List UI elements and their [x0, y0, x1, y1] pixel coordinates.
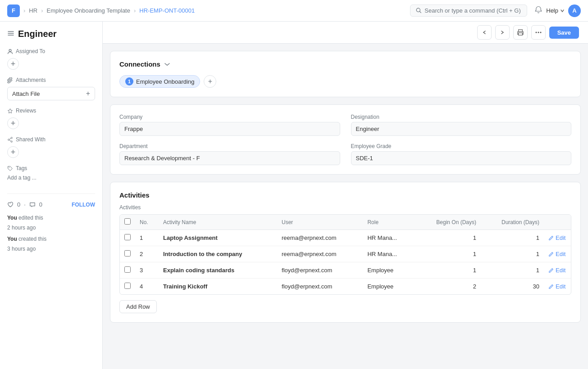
activity-log: You edited this 2 hours ago You created … — [7, 213, 95, 254]
employee-grade-group: Employee Grade — [351, 143, 572, 165]
col-role-header: Role — [363, 215, 415, 230]
row-checkbox[interactable] — [124, 234, 131, 240]
avatar[interactable]: A — [568, 4, 581, 17]
add-tag-link[interactable]: Add a tag ... — [7, 175, 36, 181]
form-grid: Company Designation Department Employee … — [119, 114, 571, 165]
search-bar[interactable]: Search or type a command (Ctrl + G) — [410, 4, 527, 17]
designation-input[interactable] — [351, 122, 572, 136]
next-button[interactable] — [495, 25, 510, 40]
row-begin-on: 1 — [415, 246, 481, 262]
edit-link[interactable]: Edit — [548, 267, 566, 274]
svg-point-7 — [8, 139, 9, 140]
reviews-label: Reviews — [16, 108, 36, 114]
employee-grade-input[interactable] — [351, 151, 572, 165]
row-no: 3 — [135, 262, 159, 279]
comment-icon[interactable] — [29, 202, 36, 208]
attach-file-button[interactable]: Attach File + — [7, 87, 95, 100]
col-checkbox — [120, 215, 135, 230]
row-user: reema@erpnext.com — [277, 230, 363, 246]
activity2-time: 3 hours ago — [7, 244, 95, 254]
bell-icon — [534, 6, 542, 14]
prev-button[interactable] — [477, 25, 492, 40]
breadcrumb-sep1: › — [23, 7, 25, 14]
row-checkbox-cell — [120, 262, 135, 279]
row-role: HR Mana... — [363, 246, 415, 262]
shared-with-add-button[interactable]: + — [7, 146, 19, 158]
connection-tag-employee-onboarding[interactable]: 1 Employee Onboarding — [119, 75, 200, 88]
svg-point-17 — [540, 32, 541, 33]
comments-count: 0 — [39, 201, 42, 208]
edit-icon — [548, 268, 554, 273]
hamburger-icon[interactable] — [7, 30, 14, 38]
attachments-section: Attachments Attach File + — [7, 77, 95, 100]
svg-line-1 — [420, 12, 421, 13]
row-edit-cell: Edit — [544, 279, 571, 295]
more-button[interactable] — [531, 25, 546, 40]
svg-line-11 — [9, 140, 11, 141]
row-duration: 30 — [481, 279, 544, 295]
follow-button[interactable]: FOLLOW — [72, 202, 95, 208]
company-input[interactable] — [119, 122, 340, 136]
svg-rect-13 — [518, 30, 522, 32]
row-checkbox-cell — [120, 230, 135, 246]
breadcrumb-hr[interactable]: HR — [29, 7, 37, 14]
printer-icon — [517, 29, 524, 36]
add-connection-button[interactable]: + — [204, 75, 216, 88]
table-row: 3 Explain coding standards floyd@erpnext… — [120, 262, 571, 279]
chevron-down-icon — [560, 9, 565, 13]
row-begin-on: 1 — [415, 230, 481, 246]
chevron-right-icon — [500, 30, 505, 35]
help-button[interactable]: Help — [546, 7, 565, 14]
likes-comments-row: 0 · 0 FOLLOW — [7, 201, 95, 208]
activity-log-item-2: You created this — [7, 234, 95, 244]
breadcrumb-template[interactable]: Employee Onboarding Template — [46, 7, 130, 14]
table-row: 4 Training Kickoff floyd@erpnext.com Emp… — [120, 279, 571, 295]
row-activity-name: Introduction to the company — [159, 246, 277, 262]
activity-log-item-1: You edited this — [7, 213, 95, 223]
row-duration: 1 — [481, 262, 544, 279]
content-area: Save Connections 1 Employee Onboarding + — [103, 22, 588, 369]
row-user: floyd@erpnext.com — [277, 279, 363, 295]
reviews-add-button[interactable]: + — [7, 117, 19, 129]
edit-link[interactable]: Edit — [548, 234, 566, 241]
save-button[interactable]: Save — [549, 27, 579, 39]
assigned-to-section: Assigned To + — [7, 48, 95, 70]
activities-table: No. Activity Name User Role Begin On (Da… — [120, 215, 571, 294]
help-label: Help — [546, 7, 558, 14]
company-label: Company — [119, 114, 340, 120]
svg-marker-6 — [8, 108, 13, 113]
print-button[interactable] — [513, 25, 528, 40]
attach-file-label: Attach File — [12, 90, 40, 97]
row-checkbox-cell — [120, 279, 135, 295]
notification-bell[interactable] — [534, 6, 542, 15]
row-role: HR Mana... — [363, 230, 415, 246]
row-checkbox[interactable] — [124, 250, 131, 256]
col-user-header: User — [277, 215, 363, 230]
col-begin-on-header: Begin On (Days) — [415, 215, 481, 230]
designation-group: Designation — [351, 114, 572, 136]
edit-link[interactable]: Edit — [548, 283, 566, 290]
assigned-to-add-button[interactable]: + — [7, 58, 19, 70]
paperclip-icon — [7, 77, 13, 83]
collapse-icon[interactable] — [164, 61, 170, 68]
row-edit-cell: Edit — [544, 262, 571, 279]
heart-icon[interactable] — [7, 202, 14, 208]
add-row-button[interactable]: Add Row — [119, 300, 157, 313]
likes-count: 0 — [17, 201, 20, 208]
edit-link[interactable]: Edit — [548, 251, 566, 257]
connections-card: Connections 1 Employee Onboarding + — [110, 51, 581, 97]
activity1-time: 2 hours ago — [7, 223, 95, 233]
attachments-header: Attachments — [7, 77, 95, 83]
select-all-checkbox[interactable] — [124, 218, 131, 225]
row-edit-cell: Edit — [544, 230, 571, 246]
search-icon — [416, 8, 422, 14]
row-user: reema@erpnext.com — [277, 246, 363, 262]
row-checkbox[interactable] — [124, 266, 131, 273]
department-input[interactable] — [119, 151, 340, 165]
connections-card-title: Connections — [119, 60, 571, 68]
reviews-header: Reviews — [7, 108, 95, 114]
app-icon[interactable]: F — [7, 4, 20, 17]
row-role: Employee — [363, 262, 415, 279]
row-checkbox[interactable] — [124, 283, 131, 289]
shared-with-header: Shared With — [7, 136, 95, 143]
